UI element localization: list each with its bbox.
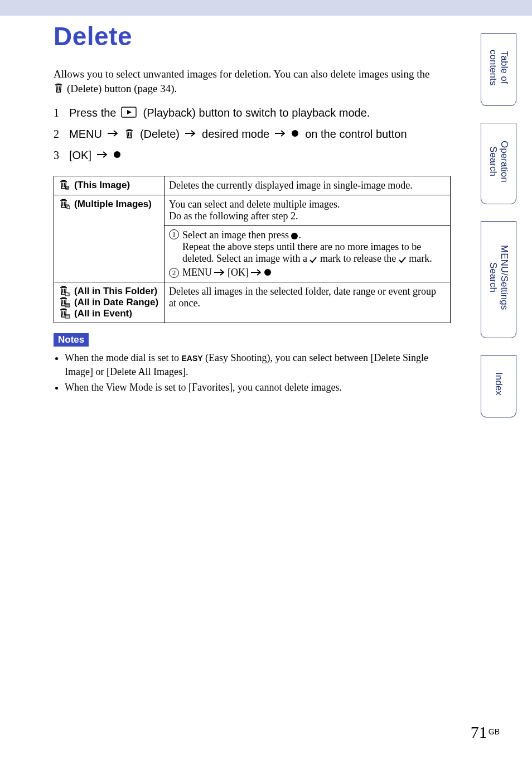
step-2: 2 MENU (Delete) desired mode on the cont…	[54, 123, 451, 145]
desc-text: mark.	[409, 253, 432, 264]
tab-menu-settings-search[interactable]: MENU/SettingsSearch	[481, 221, 516, 338]
step-number: 1	[54, 102, 64, 123]
tab-operation-search[interactable]: OperationSearch	[481, 123, 516, 204]
intro-text: Allows you to select unwanted images for…	[54, 67, 451, 95]
mode-label: (This Image)	[74, 180, 130, 191]
trash-icon	[54, 83, 64, 93]
step-1: 1 Press the (Playback) button to switch …	[54, 102, 451, 123]
arrow-icon	[275, 131, 286, 137]
steps-list: 1 Press the (Playback) button to switch …	[54, 102, 451, 166]
trash-this-image-icon	[59, 180, 71, 191]
mode-desc: Deletes all images in the selected folde…	[165, 282, 451, 323]
note-item: When the View Mode is set to [Favorites]…	[65, 381, 451, 394]
playback-icon	[122, 107, 137, 118]
mode-label: (All in This Folder)	[74, 286, 157, 297]
content-area: Delete Allows you to select unwanted ima…	[54, 21, 451, 396]
trash-multiple-icon	[59, 199, 71, 210]
desc-text: MENU	[182, 267, 212, 278]
easy-label: EASY	[181, 354, 202, 363]
page-number: 71GB	[471, 723, 500, 742]
tab-label: Search	[487, 245, 499, 310]
substep-number: 1	[169, 229, 179, 239]
desc-text: You can select and delete multiple image…	[169, 199, 446, 210]
table-row: (Multiple Images) You can select and del…	[54, 195, 451, 282]
step-text: desired mode	[202, 123, 269, 145]
page-number-value: 71	[471, 723, 487, 741]
desc-text: .	[298, 229, 301, 241]
arrow-icon	[108, 131, 119, 137]
intro-line-1: Allows you to select unwanted images for…	[54, 67, 451, 81]
tab-toc[interactable]: Table ofcontents	[481, 33, 516, 106]
tab-index[interactable]: Index	[481, 355, 516, 417]
desc-text: Do as the following after step 2.	[169, 210, 446, 222]
step-text: [OK]	[69, 145, 91, 166]
desc-text: Select an image then press	[182, 229, 289, 241]
arrow-icon	[97, 152, 108, 158]
mode-desc: Deletes the currently displayed image in…	[165, 176, 451, 195]
tab-label: Operation	[499, 141, 510, 182]
check-icon	[399, 257, 407, 263]
arrow-icon	[214, 270, 225, 276]
step-number: 2	[54, 123, 64, 145]
arrow-icon	[185, 131, 196, 137]
mode-label: (Multiple Images)	[74, 199, 152, 210]
step-text: (Playback) button to switch to playback …	[143, 102, 370, 123]
page-number-suffix: GB	[489, 727, 500, 736]
tab-label: contents	[487, 50, 499, 85]
notes-badge: Notes	[54, 333, 89, 347]
tab-label: Table of	[499, 50, 510, 85]
step-text: (Delete)	[140, 123, 180, 145]
check-icon	[309, 257, 317, 263]
header-band	[0, 0, 532, 16]
manual-page: Delete Allows you to select unwanted ima…	[0, 0, 532, 764]
dot-icon	[292, 130, 299, 138]
table-row: (All in This Folder) (All in Date Range)…	[54, 282, 451, 323]
tab-label: Index	[493, 364, 504, 408]
mode-label: (All in Date Range)	[74, 297, 158, 308]
note-item: When the mode dial is set to EASY (Easy …	[65, 351, 451, 378]
desc-text: mark to release the	[320, 253, 396, 264]
dot-icon	[291, 233, 298, 240]
substep-number: 2	[169, 268, 179, 278]
dot-icon	[264, 269, 272, 276]
arrow-icon	[251, 270, 262, 276]
tab-label: Search	[487, 141, 499, 182]
tab-label: MENU/Settings	[499, 245, 510, 310]
page-title: Delete	[54, 21, 451, 51]
dot-icon	[114, 151, 122, 159]
note-text: When the mode dial is set to	[65, 352, 179, 363]
mode-label: (All in Event)	[74, 308, 132, 319]
step-text: on the control button	[305, 123, 407, 145]
desc-text: [OK]	[228, 267, 249, 278]
trash-date-icon	[59, 297, 71, 308]
mode-desc: You can select and delete multiple image…	[165, 195, 451, 282]
intro-line-2: (Delete) button (page 34).	[67, 81, 177, 96]
trash-folder-icon	[59, 286, 71, 297]
mode-table: (This Image) Deletes the currently displ…	[54, 176, 451, 323]
step-number: 3	[54, 145, 64, 166]
trash-icon	[124, 129, 134, 139]
step-text: Press the	[69, 102, 116, 123]
notes-list: When the mode dial is set to EASY (Easy …	[54, 351, 451, 394]
table-row: (This Image) Deletes the currently displ…	[54, 176, 451, 195]
side-tabs: Table ofcontents OperationSearch MENU/Se…	[481, 33, 516, 434]
step-3: 3 [OK]	[54, 145, 451, 166]
trash-event-icon	[59, 308, 71, 319]
step-text: MENU	[69, 123, 102, 145]
